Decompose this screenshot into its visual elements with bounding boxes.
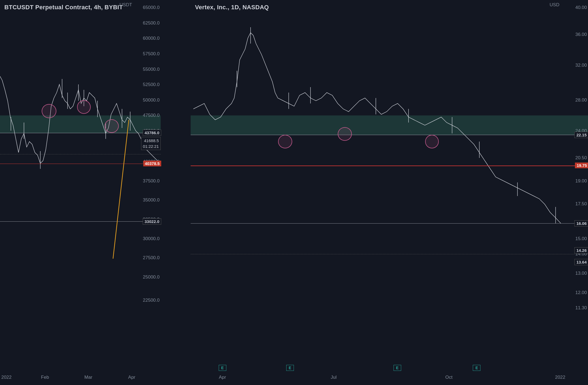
right-y-36: 36.00: [575, 32, 587, 37]
left-y-50000: 50000.0: [143, 97, 160, 103]
right-line-red: [191, 166, 588, 166]
right-chart-svg: [191, 0, 588, 385]
right-price-1975: 19.75: [575, 163, 588, 168]
right-x-jul: Jul: [331, 375, 337, 380]
right-y-12: 12.00: [575, 290, 587, 295]
left-y-47500: 47500.0: [143, 113, 160, 118]
left-price-current: 40378.5: [143, 161, 161, 166]
chart-divider: [161, 0, 191, 385]
right-y-axis: 40.00 36.00 32.00 28.00 24.00 20.50 19.0…: [561, 0, 588, 385]
left-y-30000: 30000.0: [143, 236, 160, 242]
right-circle-2: [338, 127, 352, 141]
right-price-2215: 22.15: [574, 132, 588, 138]
right-circle-1: [278, 135, 292, 148]
right-line-resistance: [191, 135, 588, 135]
right-chart: Vertex, Inc., 1D, NASDAQ USD E E E E: [191, 0, 588, 385]
right-y-1130: 11.30: [575, 305, 587, 311]
right-y-15: 15.00: [575, 236, 587, 242]
left-currency: USDT: [120, 2, 132, 8]
right-price-1364: 13.64: [574, 259, 588, 265]
left-y-52500: 52500.0: [143, 82, 160, 87]
right-y-32: 32.00: [575, 63, 587, 68]
left-y-27500: 27500.0: [143, 255, 160, 261]
right-dotted: [191, 254, 588, 254]
left-price-43786: 43786.0: [143, 130, 161, 136]
left-price-support: 33022.0: [143, 218, 161, 225]
left-y-57500: 57500.0: [143, 51, 160, 57]
left-y-22500: 22500.0: [143, 298, 160, 303]
right-y-40: 40.00: [575, 5, 587, 10]
right-y-28: 28.00: [575, 97, 587, 103]
left-y-axis: 65000.0 62500.0 60000.0 57500.0 55000.0 …: [133, 0, 161, 385]
earnings-marker-3: E: [394, 365, 401, 371]
left-y-25000: 25000.0: [143, 274, 160, 280]
left-y-37500: 37500.0: [143, 178, 160, 184]
left-x-2022: 2022: [1, 375, 12, 380]
left-y-62500: 62500.0: [143, 20, 160, 26]
right-x-apr: Apr: [219, 375, 226, 380]
right-chart-title: Vertex, Inc., 1D, NASDAQ: [195, 4, 269, 11]
right-x-oct: Oct: [445, 375, 452, 380]
earnings-marker-2: E: [286, 365, 294, 371]
right-circle-3: [425, 135, 439, 148]
svg-line-0: [113, 120, 129, 259]
earnings-marker-1: E: [219, 365, 226, 371]
earnings-marker-4: E: [473, 365, 480, 371]
left-chart: BTCUSDT Perpetual Contract, 4h, BYBIT US…: [0, 0, 161, 385]
left-x-mar: Mar: [84, 375, 92, 380]
left-x-feb: Feb: [41, 375, 49, 380]
right-price-1426: 14.26: [574, 247, 588, 253]
left-y-35000: 35000.0: [143, 197, 160, 203]
left-circle-1: [42, 104, 56, 118]
left-chart-title: BTCUSDT Perpetual Contract, 4h, BYBIT: [4, 4, 123, 11]
right-price-1606: 16.06: [574, 220, 588, 227]
left-countdown: 41688.5 01:22:21: [141, 137, 161, 150]
left-y-55000: 55000.0: [143, 67, 160, 72]
left-y-60000: 60000.0: [143, 36, 160, 41]
right-y-2050: 20.50: [575, 155, 587, 161]
charts-container: BTCUSDT Perpetual Contract, 4h, BYBIT US…: [0, 0, 588, 385]
left-circle-3: [105, 119, 119, 133]
right-y-13: 13.00: [575, 271, 587, 276]
left-circle-2: [77, 100, 91, 114]
right-currency: USD: [550, 2, 559, 8]
right-resistance-zone: [191, 115, 588, 135]
right-y-1750: 17.50: [575, 201, 587, 207]
right-support-line: [191, 223, 588, 224]
right-y-19: 19.00: [575, 178, 587, 184]
left-y-65000: 65000.0: [143, 5, 160, 10]
